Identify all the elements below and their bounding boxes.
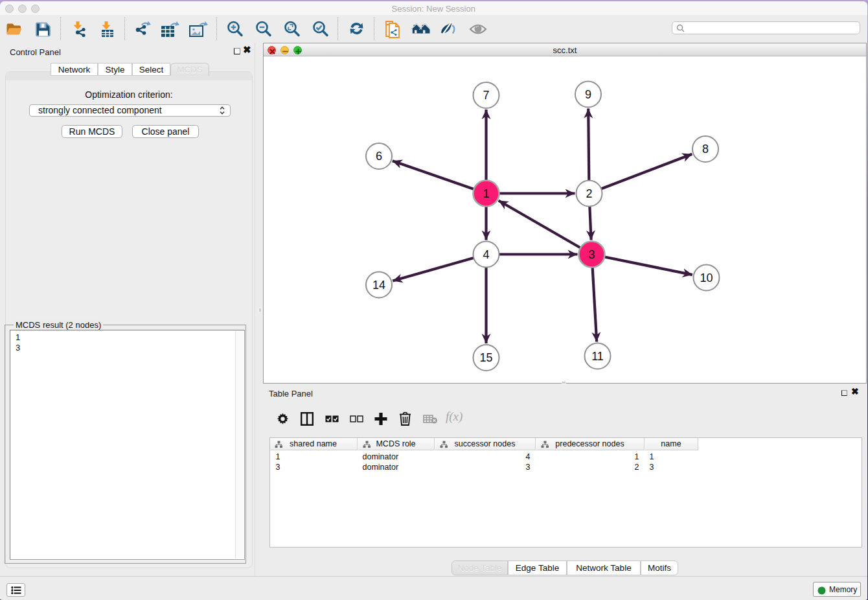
svg-text:10: 10 bbox=[700, 271, 713, 284]
svg-text:4: 4 bbox=[483, 248, 489, 261]
svg-text:14: 14 bbox=[372, 279, 385, 292]
svg-text:2: 2 bbox=[586, 187, 592, 200]
svg-text:1: 1 bbox=[483, 187, 489, 200]
svg-text:3: 3 bbox=[588, 248, 595, 261]
svg-text:7: 7 bbox=[483, 89, 489, 102]
svg-text:6: 6 bbox=[376, 150, 382, 163]
svg-text:11: 11 bbox=[591, 350, 604, 363]
svg-text:15: 15 bbox=[479, 351, 492, 364]
svg-text:8: 8 bbox=[702, 143, 709, 156]
svg-text:9: 9 bbox=[585, 88, 591, 101]
